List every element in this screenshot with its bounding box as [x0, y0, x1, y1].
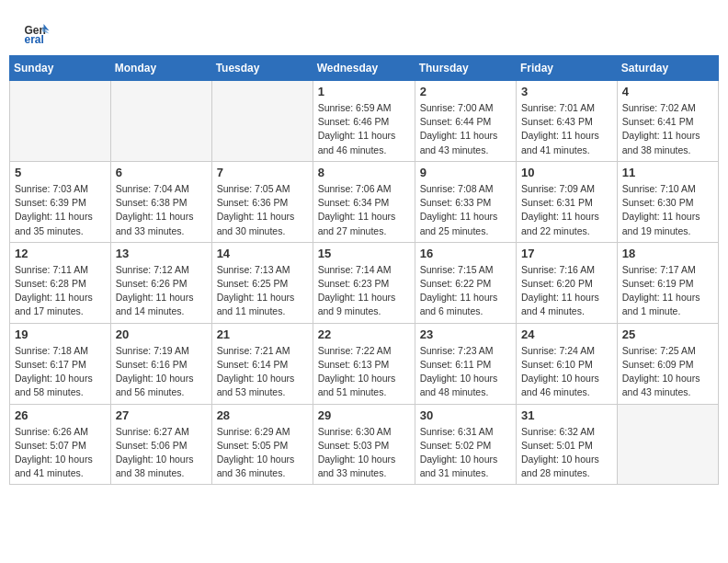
logo-icon: Gen eral [23, 18, 51, 46]
col-header-thursday: Thursday [415, 56, 516, 81]
calendar-cell [211, 81, 313, 162]
day-number: 30 [420, 408, 511, 422]
day-number: 10 [521, 166, 612, 179]
day-info: Sunrise: 6:29 AMSunset: 5:05 PMDaylight:… [217, 425, 308, 481]
calendar-table: SundayMondayTuesdayWednesdayThursdayFrid… [9, 55, 719, 485]
day-number: 1 [318, 85, 410, 98]
calendar-cell: 7Sunrise: 7:05 AMSunset: 6:36 PMDaylight… [211, 161, 313, 242]
day-number: 28 [217, 408, 308, 422]
day-number: 14 [217, 247, 308, 260]
day-number: 22 [318, 327, 410, 341]
day-number: 24 [521, 327, 612, 341]
day-info: Sunrise: 7:21 AMSunset: 6:14 PMDaylight:… [217, 344, 308, 400]
col-header-monday: Monday [110, 56, 211, 81]
calendar-cell: 3Sunrise: 7:01 AMSunset: 6:43 PMDaylight… [517, 81, 618, 162]
calendar-cell: 21Sunrise: 7:21 AMSunset: 6:14 PMDayligh… [211, 323, 313, 404]
calendar-cell: 26Sunrise: 6:26 AMSunset: 5:07 PMDayligh… [10, 404, 111, 485]
day-number: 9 [420, 166, 511, 179]
day-info: Sunrise: 6:59 AMSunset: 6:46 PMDaylight:… [318, 101, 410, 157]
day-info: Sunrise: 7:05 AMSunset: 6:36 PMDaylight:… [217, 182, 308, 238]
week-row-5: 26Sunrise: 6:26 AMSunset: 5:07 PMDayligh… [10, 404, 719, 485]
day-info: Sunrise: 7:12 AMSunset: 6:26 PMDaylight:… [116, 263, 207, 319]
calendar-cell: 9Sunrise: 7:08 AMSunset: 6:33 PMDaylight… [415, 161, 516, 242]
day-info: Sunrise: 7:06 AMSunset: 6:34 PMDaylight:… [318, 182, 410, 238]
day-info: Sunrise: 6:27 AMSunset: 5:06 PMDaylight:… [116, 425, 207, 481]
day-number: 6 [116, 166, 207, 179]
day-number: 19 [15, 327, 106, 341]
day-number: 7 [217, 166, 308, 179]
calendar-cell: 18Sunrise: 7:17 AMSunset: 6:19 PMDayligh… [617, 242, 718, 323]
calendar-cell: 17Sunrise: 7:16 AMSunset: 6:20 PMDayligh… [517, 242, 618, 323]
day-info: Sunrise: 7:13 AMSunset: 6:25 PMDaylight:… [217, 263, 308, 319]
calendar-cell: 30Sunrise: 6:31 AMSunset: 5:02 PMDayligh… [415, 404, 516, 485]
logo: Gen eral [23, 18, 55, 46]
calendar-cell [110, 81, 211, 162]
day-info: Sunrise: 6:30 AMSunset: 5:03 PMDaylight:… [318, 425, 410, 481]
day-info: Sunrise: 7:17 AMSunset: 6:19 PMDaylight:… [622, 263, 713, 319]
col-header-wednesday: Wednesday [313, 56, 415, 81]
day-info: Sunrise: 7:00 AMSunset: 6:44 PMDaylight:… [420, 101, 511, 157]
page-header: Gen eral [9, 9, 719, 51]
svg-text:eral: eral [25, 33, 44, 46]
day-number: 29 [318, 408, 410, 422]
col-header-saturday: Saturday [617, 56, 718, 81]
calendar-cell: 12Sunrise: 7:11 AMSunset: 6:28 PMDayligh… [10, 242, 111, 323]
day-info: Sunrise: 7:14 AMSunset: 6:23 PMDaylight:… [318, 263, 410, 319]
day-number: 18 [622, 247, 713, 260]
calendar-cell: 15Sunrise: 7:14 AMSunset: 6:23 PMDayligh… [313, 242, 415, 323]
day-number: 20 [116, 327, 207, 341]
day-info: Sunrise: 7:01 AMSunset: 6:43 PMDaylight:… [521, 101, 612, 157]
calendar-cell: 24Sunrise: 7:24 AMSunset: 6:10 PMDayligh… [517, 323, 618, 404]
calendar-header-row: SundayMondayTuesdayWednesdayThursdayFrid… [10, 56, 719, 81]
day-number: 11 [622, 166, 713, 179]
calendar-cell: 16Sunrise: 7:15 AMSunset: 6:22 PMDayligh… [415, 242, 516, 323]
day-number: 8 [318, 166, 410, 179]
col-header-tuesday: Tuesday [211, 56, 313, 81]
week-row-4: 19Sunrise: 7:18 AMSunset: 6:17 PMDayligh… [10, 323, 719, 404]
day-number: 23 [420, 327, 511, 341]
calendar-cell: 20Sunrise: 7:19 AMSunset: 6:16 PMDayligh… [110, 323, 211, 404]
calendar-cell: 14Sunrise: 7:13 AMSunset: 6:25 PMDayligh… [211, 242, 313, 323]
day-number: 2 [420, 85, 511, 98]
day-info: Sunrise: 7:03 AMSunset: 6:39 PMDaylight:… [15, 182, 106, 238]
day-info: Sunrise: 7:18 AMSunset: 6:17 PMDaylight:… [15, 344, 106, 400]
calendar-cell: 4Sunrise: 7:02 AMSunset: 6:41 PMDaylight… [617, 81, 718, 162]
calendar-cell: 2Sunrise: 7:00 AMSunset: 6:44 PMDaylight… [415, 81, 516, 162]
calendar-cell: 31Sunrise: 6:32 AMSunset: 5:01 PMDayligh… [517, 404, 618, 485]
week-row-2: 5Sunrise: 7:03 AMSunset: 6:39 PMDaylight… [10, 161, 719, 242]
week-row-3: 12Sunrise: 7:11 AMSunset: 6:28 PMDayligh… [10, 242, 719, 323]
day-number: 21 [217, 327, 308, 341]
day-info: Sunrise: 7:08 AMSunset: 6:33 PMDaylight:… [420, 182, 511, 238]
day-number: 5 [15, 166, 106, 179]
day-info: Sunrise: 7:16 AMSunset: 6:20 PMDaylight:… [521, 263, 612, 319]
day-info: Sunrise: 7:22 AMSunset: 6:13 PMDaylight:… [318, 344, 410, 400]
day-info: Sunrise: 7:19 AMSunset: 6:16 PMDaylight:… [116, 344, 207, 400]
day-info: Sunrise: 7:04 AMSunset: 6:38 PMDaylight:… [116, 182, 207, 238]
calendar-cell: 8Sunrise: 7:06 AMSunset: 6:34 PMDaylight… [313, 161, 415, 242]
day-number: 26 [15, 408, 106, 422]
day-info: Sunrise: 7:25 AMSunset: 6:09 PMDaylight:… [622, 344, 713, 400]
col-header-friday: Friday [517, 56, 618, 81]
calendar-cell: 19Sunrise: 7:18 AMSunset: 6:17 PMDayligh… [10, 323, 111, 404]
day-info: Sunrise: 7:11 AMSunset: 6:28 PMDaylight:… [15, 263, 106, 319]
day-number: 3 [521, 85, 612, 98]
day-number: 31 [521, 408, 612, 422]
day-info: Sunrise: 6:26 AMSunset: 5:07 PMDaylight:… [15, 425, 106, 481]
calendar-cell: 1Sunrise: 6:59 AMSunset: 6:46 PMDaylight… [313, 81, 415, 162]
calendar-cell: 22Sunrise: 7:22 AMSunset: 6:13 PMDayligh… [313, 323, 415, 404]
calendar-cell [10, 81, 111, 162]
day-number: 13 [116, 247, 207, 260]
calendar-cell: 27Sunrise: 6:27 AMSunset: 5:06 PMDayligh… [110, 404, 211, 485]
day-number: 4 [622, 85, 713, 98]
day-info: Sunrise: 7:24 AMSunset: 6:10 PMDaylight:… [521, 344, 612, 400]
calendar-cell: 28Sunrise: 6:29 AMSunset: 5:05 PMDayligh… [211, 404, 313, 485]
calendar-cell: 13Sunrise: 7:12 AMSunset: 6:26 PMDayligh… [110, 242, 211, 323]
day-number: 15 [318, 247, 410, 260]
day-number: 17 [521, 247, 612, 260]
calendar-cell: 25Sunrise: 7:25 AMSunset: 6:09 PMDayligh… [617, 323, 718, 404]
col-header-sunday: Sunday [10, 56, 111, 81]
calendar-cell: 6Sunrise: 7:04 AMSunset: 6:38 PMDaylight… [110, 161, 211, 242]
calendar-cell: 11Sunrise: 7:10 AMSunset: 6:30 PMDayligh… [617, 161, 718, 242]
day-number: 12 [15, 247, 106, 260]
day-number: 16 [420, 247, 511, 260]
